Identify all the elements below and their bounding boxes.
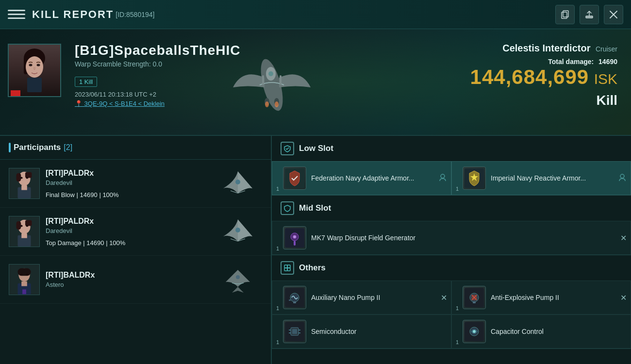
slot-item-text: Capacitor Control	[491, 327, 624, 336]
slot-item[interactable]: 1 Capacitor Control	[451, 314, 631, 348]
participant-ship-img	[214, 263, 262, 297]
svg-rect-1	[563, 11, 568, 17]
slot-item-qty: 1	[276, 305, 279, 311]
participant-item[interactable]: [RTI]BALDRx Astero	[0, 256, 271, 304]
slot-item-text: Federation Navy Adaptive Armor...	[311, 174, 444, 182]
slot-item[interactable]: 1 Anti-Explosive Pump II ✕	[451, 281, 631, 314]
svg-rect-45	[22, 289, 26, 294]
slot-item-name: Capacitor Control	[491, 327, 624, 336]
svg-point-17	[275, 101, 279, 107]
svg-point-37	[235, 228, 240, 232]
participant-info: [RTI]PALDRx Daredevil Final Blow | 14690…	[46, 169, 208, 199]
svg-rect-55	[294, 241, 296, 246]
slot-item-text: Anti-Explosive Pump II	[491, 293, 624, 302]
slot-item-qty: 1	[456, 339, 459, 345]
participant-name: [RTI]BALDRx	[46, 271, 208, 280]
slot-item-qty: 1	[276, 186, 279, 192]
participant-ship-img	[214, 215, 262, 248]
svg-rect-22	[17, 173, 21, 182]
hero-section: [B1G]SpaceballsTheHIC Warp Scramble Stre…	[0, 29, 631, 136]
participant-avatar	[9, 168, 40, 199]
svg-rect-60	[287, 268, 290, 271]
svg-rect-18	[262, 75, 264, 85]
svg-point-78	[473, 330, 476, 333]
slot-item[interactable]: 1 Auxiliary Nano Pump II ✕	[272, 281, 451, 314]
svg-rect-0	[562, 12, 567, 18]
participant-ship: Astero	[46, 281, 208, 288]
slot-item[interactable]: 1 Federation Navy Adaptive Armor...	[272, 161, 451, 195]
page-title: KILL REPORT	[32, 8, 114, 21]
participant-info: [RTI]PALDRx Daredevil Top Damage | 14690…	[46, 217, 208, 247]
svg-rect-23	[25, 172, 32, 178]
low-slot-section: Low Slot 1 Federation Navy Ad	[272, 136, 631, 196]
hero-avatar	[8, 44, 61, 97]
participants-title: Participants	[14, 143, 61, 152]
svg-rect-57	[284, 265, 287, 268]
close-button[interactable]	[604, 5, 623, 24]
svg-point-42	[26, 273, 28, 275]
slot-item-icon	[283, 286, 306, 309]
slot-item-remove[interactable]: ✕	[620, 293, 627, 302]
svg-point-51	[620, 174, 624, 178]
slot-item[interactable]: 1 Semiconductor	[272, 314, 451, 348]
slot-item[interactable]: 1 Imperial Navy Reactive Armor...	[451, 161, 631, 195]
low-slot-title: Low Slot	[299, 144, 333, 153]
header: KILL REPORT [ID:8580194]	[0, 0, 631, 29]
hero-kill-count: 1 Kill	[75, 77, 97, 87]
faction-badge	[11, 90, 20, 97]
svg-rect-64	[289, 299, 291, 301]
slot-item-icon	[463, 320, 486, 343]
participants-count: [2]	[64, 143, 72, 152]
copy-button[interactable]	[555, 5, 575, 24]
hero-ship-name: Celestis Interdictor	[502, 43, 590, 53]
slot-item-name: MK7 Warp Disrupt Field Generator	[311, 233, 624, 242]
others-section: Others 1 Aux	[272, 255, 631, 349]
svg-rect-59	[284, 268, 287, 271]
slot-item-text: Semiconductor	[311, 327, 444, 336]
svg-rect-58	[287, 265, 290, 268]
slot-item-icon	[283, 320, 306, 343]
participant-name: [RTI]PALDRx	[46, 217, 208, 226]
participant-avatar	[9, 264, 40, 295]
slot-item[interactable]: 1 MK7 Warp Disrupt Field Generator	[272, 221, 631, 255]
svg-point-25	[26, 177, 28, 179]
svg-rect-71	[292, 329, 297, 334]
mid-slot-icon	[281, 201, 294, 215]
participant-ship-img	[214, 166, 262, 200]
slot-item-remove[interactable]: ✕	[620, 233, 627, 243]
svg-rect-19	[280, 75, 282, 85]
slot-item-owner-icon	[618, 173, 627, 183]
hero-isk-value: 144,684,699 ISK	[470, 66, 617, 89]
others-header: Others	[272, 255, 631, 281]
others-title: Others	[299, 263, 326, 273]
mid-slot-section: Mid Slot 1 MK7 Warp D	[272, 196, 631, 255]
slot-item-remove[interactable]: ✕	[441, 293, 447, 302]
participant-stats: Final Blow | 14690 | 100%	[46, 191, 208, 199]
participant-item[interactable]: [RTI]PALDRx Daredevil Final Blow | 14690…	[0, 160, 271, 208]
slot-item-name: Imperial Navy Reactive Armor...	[491, 174, 624, 182]
slot-item-name: Federation Navy Adaptive Armor...	[311, 174, 444, 182]
slot-item-qty: 1	[456, 186, 459, 192]
svg-rect-27	[21, 185, 27, 190]
svg-rect-36	[21, 233, 27, 238]
menu-icon[interactable]	[8, 6, 25, 23]
others-items: 1 Auxiliary Nano Pump II ✕	[272, 281, 631, 348]
svg-point-8	[29, 64, 33, 66]
participants-header: Participants [2]	[0, 136, 271, 160]
svg-point-56	[293, 235, 296, 238]
svg-point-9	[37, 64, 40, 66]
participant-item[interactable]: [RTI]PALDRx Daredevil Top Damage | 14690…	[0, 208, 271, 256]
kill-id: [ID:8580194]	[116, 11, 154, 18]
slot-item-icon	[463, 286, 486, 309]
participant-name: [RTI]PALDRx	[46, 169, 208, 178]
header-actions	[555, 5, 623, 24]
svg-point-24	[20, 177, 23, 179]
hero-result: Kill	[470, 93, 617, 108]
participant-ship: Daredevil	[46, 227, 208, 234]
slot-item-name: Anti-Explosive Pump II	[491, 293, 624, 302]
slot-item-qty: 1	[276, 339, 279, 345]
svg-rect-44	[21, 281, 27, 286]
svg-point-7	[26, 56, 43, 78]
svg-rect-68	[473, 301, 476, 303]
export-button[interactable]	[580, 5, 599, 24]
